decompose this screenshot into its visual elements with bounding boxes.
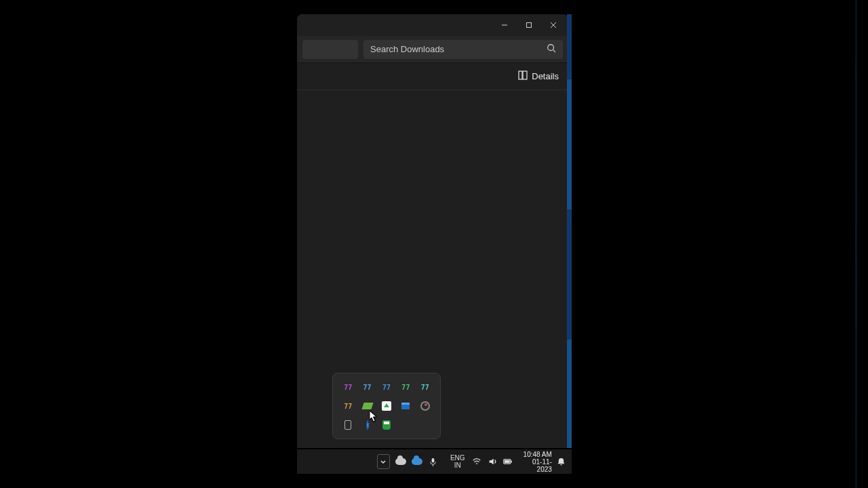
notifications-icon[interactable] [556,455,566,468]
app-tray-icon-box[interactable] [399,399,412,413]
security-tray-icon[interactable] [380,418,393,432]
view-bar: Details [297,63,568,90]
wifi-icon[interactable] [472,455,482,468]
onedrive-personal-icon[interactable] [395,455,406,468]
shield-icon [382,420,391,430]
volume-icon[interactable] [488,455,498,468]
toolbar [297,36,568,63]
tray-empty-slot [418,418,432,432]
language-top: ENG [450,454,465,462]
svg-rect-2 [519,71,522,79]
svg-rect-4 [431,458,434,462]
details-icon [518,70,528,82]
language-bottom: IN [450,462,465,469]
clock-date: 01-11-2023 [523,458,552,473]
system-tray-flyout: 77 77 77 77 77 77 ᚼ [332,373,441,439]
search-icon [547,43,556,56]
desktop-decoration [855,0,857,488]
box-icon [401,403,410,409]
search-input[interactable] [370,44,547,54]
search-box[interactable] [363,40,563,59]
obs-icon [420,401,430,411]
close-button[interactable] [542,17,564,33]
svg-rect-3 [523,71,527,79]
google-drive-icon [382,401,391,411]
cloud-icon [395,458,406,465]
battery-icon[interactable] [503,455,513,468]
tray-indicator-2[interactable]: 77 [361,380,374,394]
clock-time: 10:48 AM [523,451,552,458]
tray-indicator-1[interactable]: 77 [341,380,355,394]
details-label: Details [532,71,559,81]
taskbar: ENG IN 10:48 AM 01-11-2023 [297,449,572,474]
onedrive-work-icon[interactable] [412,455,422,468]
maximize-button[interactable] [518,17,540,33]
svg-rect-0 [527,23,532,28]
tray-indicator-3[interactable]: 77 [380,380,393,394]
svg-rect-6 [511,460,513,462]
mouse-cursor [370,411,378,422]
details-view-button[interactable]: Details [518,70,559,82]
tray-indicator-6[interactable]: 77 [341,399,355,413]
address-bar-stub[interactable] [302,40,358,59]
cloud-blue-icon [412,458,422,465]
usb-icon [344,420,351,430]
language-indicator[interactable]: ENG IN [450,454,465,469]
microphone-icon[interactable] [428,455,438,468]
usb-eject-tray-icon[interactable] [341,418,355,432]
tray-overflow-button[interactable] [377,454,390,469]
clock[interactable]: 10:48 AM 01-11-2023 [523,451,552,473]
tray-indicator-5[interactable]: 77 [418,380,432,394]
google-drive-tray-icon[interactable] [380,399,393,413]
window-right-accent [567,14,572,448]
titlebar [297,14,568,36]
tray-empty-slot [399,418,412,432]
svg-point-1 [548,44,554,50]
svg-rect-7 [505,460,510,463]
minimize-button[interactable] [494,17,515,33]
tray-indicator-4[interactable]: 77 [399,380,412,394]
obs-tray-icon[interactable] [418,399,432,413]
nvidia-icon [361,403,373,409]
